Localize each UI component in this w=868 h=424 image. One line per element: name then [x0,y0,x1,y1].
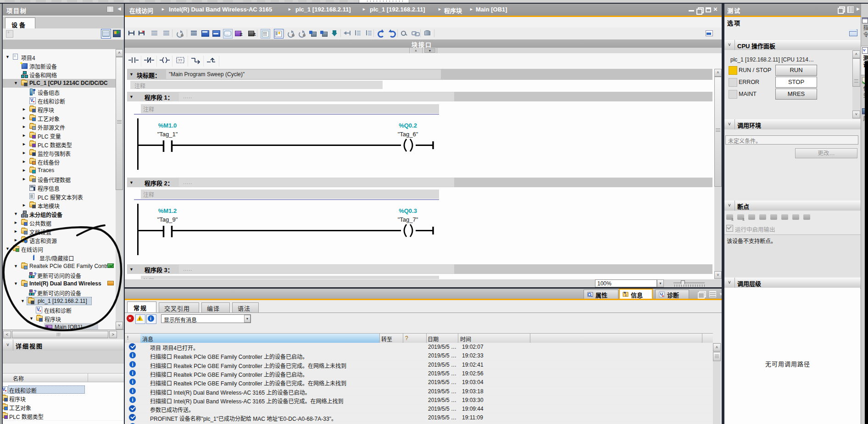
svg-text:??: ?? [178,58,182,62]
svg-text:i: i [625,293,626,297]
